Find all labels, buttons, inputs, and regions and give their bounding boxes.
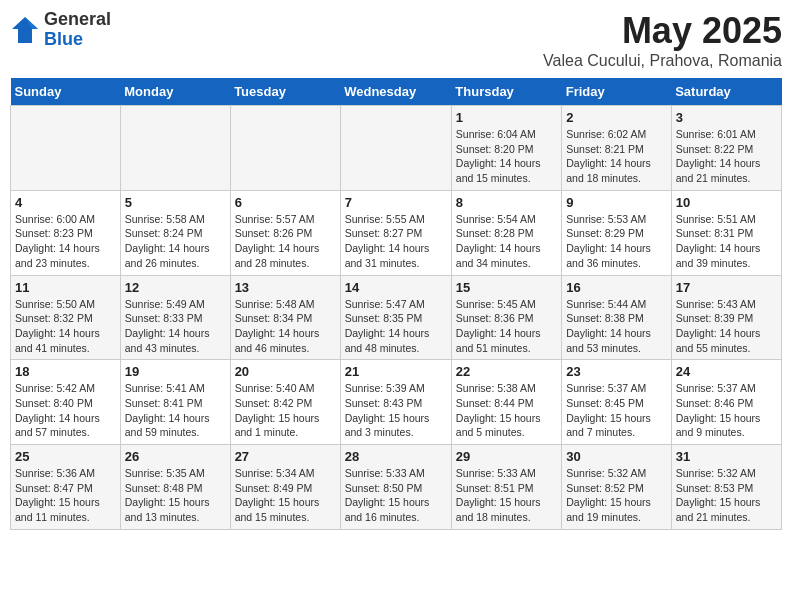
- calendar-cell: 27Sunrise: 5:34 AMSunset: 8:49 PMDayligh…: [230, 445, 340, 530]
- calendar-cell: 7Sunrise: 5:55 AMSunset: 8:27 PMDaylight…: [340, 190, 451, 275]
- day-number: 30: [566, 449, 666, 464]
- calendar-cell: 29Sunrise: 5:33 AMSunset: 8:51 PMDayligh…: [451, 445, 561, 530]
- day-number: 16: [566, 280, 666, 295]
- calendar-cell: 8Sunrise: 5:54 AMSunset: 8:28 PMDaylight…: [451, 190, 561, 275]
- calendar-cell: 21Sunrise: 5:39 AMSunset: 8:43 PMDayligh…: [340, 360, 451, 445]
- day-info: Sunrise: 5:40 AMSunset: 8:42 PMDaylight:…: [235, 381, 336, 440]
- day-info: Sunrise: 5:57 AMSunset: 8:26 PMDaylight:…: [235, 212, 336, 271]
- calendar-week-row: 11Sunrise: 5:50 AMSunset: 8:32 PMDayligh…: [11, 275, 782, 360]
- calendar-cell: 17Sunrise: 5:43 AMSunset: 8:39 PMDayligh…: [671, 275, 781, 360]
- calendar-cell: 15Sunrise: 5:45 AMSunset: 8:36 PMDayligh…: [451, 275, 561, 360]
- day-number: 11: [15, 280, 116, 295]
- day-number: 6: [235, 195, 336, 210]
- day-number: 3: [676, 110, 777, 125]
- calendar-cell: 31Sunrise: 5:32 AMSunset: 8:53 PMDayligh…: [671, 445, 781, 530]
- calendar-cell: 30Sunrise: 5:32 AMSunset: 8:52 PMDayligh…: [562, 445, 671, 530]
- calendar-cell: 3Sunrise: 6:01 AMSunset: 8:22 PMDaylight…: [671, 106, 781, 191]
- calendar-cell: 9Sunrise: 5:53 AMSunset: 8:29 PMDaylight…: [562, 190, 671, 275]
- calendar-cell: 25Sunrise: 5:36 AMSunset: 8:47 PMDayligh…: [11, 445, 121, 530]
- calendar-cell: 12Sunrise: 5:49 AMSunset: 8:33 PMDayligh…: [120, 275, 230, 360]
- day-number: 15: [456, 280, 557, 295]
- calendar-cell: 10Sunrise: 5:51 AMSunset: 8:31 PMDayligh…: [671, 190, 781, 275]
- day-number: 10: [676, 195, 777, 210]
- calendar-cell: 18Sunrise: 5:42 AMSunset: 8:40 PMDayligh…: [11, 360, 121, 445]
- calendar-cell: [11, 106, 121, 191]
- day-number: 4: [15, 195, 116, 210]
- calendar-cell: 5Sunrise: 5:58 AMSunset: 8:24 PMDaylight…: [120, 190, 230, 275]
- day-number: 31: [676, 449, 777, 464]
- calendar-cell: 11Sunrise: 5:50 AMSunset: 8:32 PMDayligh…: [11, 275, 121, 360]
- header-wednesday: Wednesday: [340, 78, 451, 106]
- calendar-table: SundayMondayTuesdayWednesdayThursdayFrid…: [10, 78, 782, 530]
- day-info: Sunrise: 5:45 AMSunset: 8:36 PMDaylight:…: [456, 297, 557, 356]
- header-friday: Friday: [562, 78, 671, 106]
- day-info: Sunrise: 5:51 AMSunset: 8:31 PMDaylight:…: [676, 212, 777, 271]
- calendar-cell: 1Sunrise: 6:04 AMSunset: 8:20 PMDaylight…: [451, 106, 561, 191]
- header-saturday: Saturday: [671, 78, 781, 106]
- day-number: 1: [456, 110, 557, 125]
- day-number: 27: [235, 449, 336, 464]
- day-number: 17: [676, 280, 777, 295]
- day-number: 28: [345, 449, 447, 464]
- title-section: May 2025 Valea Cucului, Prahova, Romania: [543, 10, 782, 70]
- logo-icon: [10, 15, 40, 45]
- calendar-cell: 26Sunrise: 5:35 AMSunset: 8:48 PMDayligh…: [120, 445, 230, 530]
- day-number: 22: [456, 364, 557, 379]
- calendar-week-row: 1Sunrise: 6:04 AMSunset: 8:20 PMDaylight…: [11, 106, 782, 191]
- day-number: 2: [566, 110, 666, 125]
- day-info: Sunrise: 5:54 AMSunset: 8:28 PMDaylight:…: [456, 212, 557, 271]
- calendar-cell: [230, 106, 340, 191]
- header-tuesday: Tuesday: [230, 78, 340, 106]
- calendar-header-row: SundayMondayTuesdayWednesdayThursdayFrid…: [11, 78, 782, 106]
- day-info: Sunrise: 5:39 AMSunset: 8:43 PMDaylight:…: [345, 381, 447, 440]
- calendar-week-row: 18Sunrise: 5:42 AMSunset: 8:40 PMDayligh…: [11, 360, 782, 445]
- day-number: 19: [125, 364, 226, 379]
- day-info: Sunrise: 5:37 AMSunset: 8:45 PMDaylight:…: [566, 381, 666, 440]
- day-info: Sunrise: 5:32 AMSunset: 8:53 PMDaylight:…: [676, 466, 777, 525]
- calendar-week-row: 25Sunrise: 5:36 AMSunset: 8:47 PMDayligh…: [11, 445, 782, 530]
- day-info: Sunrise: 5:32 AMSunset: 8:52 PMDaylight:…: [566, 466, 666, 525]
- calendar-week-row: 4Sunrise: 6:00 AMSunset: 8:23 PMDaylight…: [11, 190, 782, 275]
- day-info: Sunrise: 5:47 AMSunset: 8:35 PMDaylight:…: [345, 297, 447, 356]
- day-info: Sunrise: 6:01 AMSunset: 8:22 PMDaylight:…: [676, 127, 777, 186]
- day-number: 26: [125, 449, 226, 464]
- day-info: Sunrise: 6:00 AMSunset: 8:23 PMDaylight:…: [15, 212, 116, 271]
- day-info: Sunrise: 5:53 AMSunset: 8:29 PMDaylight:…: [566, 212, 666, 271]
- day-info: Sunrise: 5:48 AMSunset: 8:34 PMDaylight:…: [235, 297, 336, 356]
- day-info: Sunrise: 5:55 AMSunset: 8:27 PMDaylight:…: [345, 212, 447, 271]
- day-number: 23: [566, 364, 666, 379]
- calendar-cell: 19Sunrise: 5:41 AMSunset: 8:41 PMDayligh…: [120, 360, 230, 445]
- day-info: Sunrise: 5:41 AMSunset: 8:41 PMDaylight:…: [125, 381, 226, 440]
- day-info: Sunrise: 5:50 AMSunset: 8:32 PMDaylight:…: [15, 297, 116, 356]
- day-info: Sunrise: 5:38 AMSunset: 8:44 PMDaylight:…: [456, 381, 557, 440]
- day-info: Sunrise: 5:44 AMSunset: 8:38 PMDaylight:…: [566, 297, 666, 356]
- calendar-cell: 16Sunrise: 5:44 AMSunset: 8:38 PMDayligh…: [562, 275, 671, 360]
- logo-general: General: [44, 10, 111, 30]
- calendar-cell: [120, 106, 230, 191]
- day-info: Sunrise: 5:42 AMSunset: 8:40 PMDaylight:…: [15, 381, 116, 440]
- day-number: 5: [125, 195, 226, 210]
- header-sunday: Sunday: [11, 78, 121, 106]
- month-year-title: May 2025: [543, 10, 782, 52]
- header-thursday: Thursday: [451, 78, 561, 106]
- calendar-cell: 22Sunrise: 5:38 AMSunset: 8:44 PMDayligh…: [451, 360, 561, 445]
- logo: General Blue: [10, 10, 111, 50]
- calendar-cell: 2Sunrise: 6:02 AMSunset: 8:21 PMDaylight…: [562, 106, 671, 191]
- logo-blue: Blue: [44, 30, 111, 50]
- day-number: 12: [125, 280, 226, 295]
- day-number: 9: [566, 195, 666, 210]
- calendar-cell: [340, 106, 451, 191]
- svg-marker-0: [12, 17, 38, 43]
- day-number: 29: [456, 449, 557, 464]
- day-number: 8: [456, 195, 557, 210]
- location-subtitle: Valea Cucului, Prahova, Romania: [543, 52, 782, 70]
- day-number: 21: [345, 364, 447, 379]
- day-number: 7: [345, 195, 447, 210]
- calendar-cell: 23Sunrise: 5:37 AMSunset: 8:45 PMDayligh…: [562, 360, 671, 445]
- day-info: Sunrise: 5:43 AMSunset: 8:39 PMDaylight:…: [676, 297, 777, 356]
- day-number: 18: [15, 364, 116, 379]
- day-info: Sunrise: 5:49 AMSunset: 8:33 PMDaylight:…: [125, 297, 226, 356]
- calendar-cell: 28Sunrise: 5:33 AMSunset: 8:50 PMDayligh…: [340, 445, 451, 530]
- day-number: 20: [235, 364, 336, 379]
- day-info: Sunrise: 5:58 AMSunset: 8:24 PMDaylight:…: [125, 212, 226, 271]
